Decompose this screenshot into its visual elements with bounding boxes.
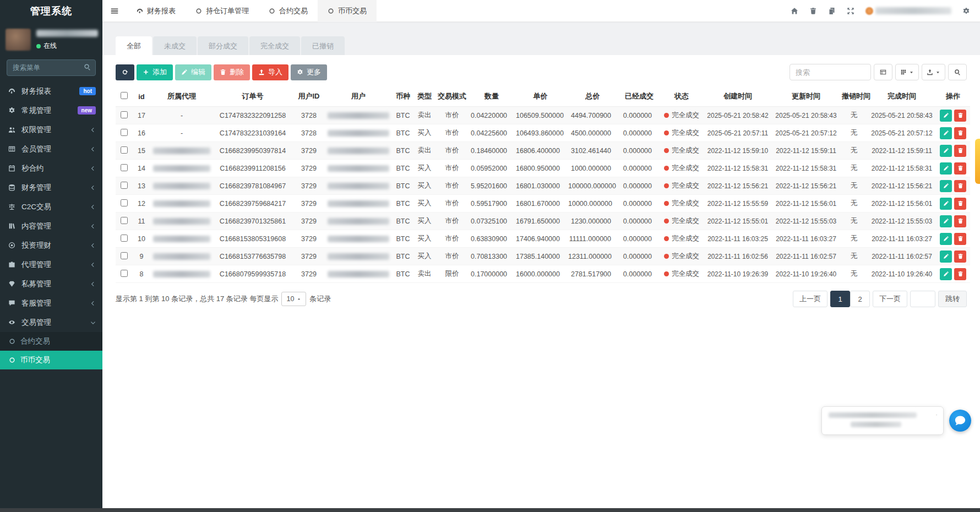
row-edit-button[interactable] bbox=[940, 268, 952, 280]
row-checkbox[interactable] bbox=[121, 164, 128, 171]
row-delete-button[interactable] bbox=[954, 198, 966, 210]
row-delete-button[interactable] bbox=[954, 268, 966, 280]
row-edit-button[interactable] bbox=[940, 127, 952, 139]
select-all-checkbox[interactable] bbox=[121, 92, 128, 99]
chat-preview-card[interactable]: · bbox=[821, 406, 944, 435]
row-edit-button[interactable] bbox=[940, 162, 952, 175]
tab-持仓订单管理[interactable]: 持仓订单管理 bbox=[186, 0, 259, 22]
columns-button[interactable] bbox=[895, 64, 919, 80]
sidebar-subitem-币币交易[interactable]: 币币交易 bbox=[0, 351, 102, 369]
row-edit-button[interactable] bbox=[940, 180, 952, 192]
status-dot bbox=[664, 271, 669, 276]
row-edit-button[interactable] bbox=[940, 110, 952, 122]
add-button[interactable]: 添加 bbox=[137, 64, 173, 80]
copy-icon[interactable] bbox=[828, 7, 836, 15]
jump-page-input[interactable] bbox=[910, 291, 935, 307]
refresh-button[interactable] bbox=[116, 64, 134, 80]
page-size-select[interactable]: 10 bbox=[281, 292, 306, 306]
sidebar-item-C2C交易[interactable]: C2C交易 bbox=[0, 197, 102, 216]
filter-tab-已撤销[interactable]: 已撤销 bbox=[301, 36, 345, 55]
cell-filled: 0.000000 bbox=[619, 177, 660, 195]
row-checkbox[interactable] bbox=[121, 182, 128, 189]
chevron-left-icon bbox=[90, 301, 96, 306]
filter-tab-完全成交[interactable]: 完全成交 bbox=[249, 36, 300, 55]
sidebar-item-常规管理[interactable]: 常规管理new bbox=[0, 101, 102, 120]
page-button-2[interactable]: 2 bbox=[850, 291, 870, 307]
search-button[interactable] bbox=[948, 64, 967, 80]
filter-tab-未成交[interactable]: 未成交 bbox=[153, 36, 197, 55]
row-checkbox[interactable] bbox=[121, 270, 128, 277]
row-edit-button[interactable] bbox=[940, 215, 952, 227]
row-edit-button[interactable] bbox=[940, 250, 952, 263]
prev-page-button[interactable]: 上一页 bbox=[793, 291, 827, 307]
sidebar-search-input[interactable] bbox=[7, 59, 96, 76]
row-delete-button[interactable] bbox=[954, 250, 966, 263]
row-delete-button[interactable] bbox=[954, 145, 966, 157]
delete-button[interactable]: 删除 bbox=[214, 64, 250, 80]
status-label: 完全成交 bbox=[672, 199, 699, 207]
cell-type: 买入 bbox=[414, 195, 435, 213]
filter-tab-全部[interactable]: 全部 bbox=[116, 36, 152, 55]
cell-status: 完全成交 bbox=[660, 265, 704, 283]
redacted-text bbox=[328, 271, 389, 277]
fullscreen-icon[interactable] bbox=[847, 7, 854, 15]
row-edit-button[interactable] bbox=[940, 145, 952, 157]
next-page-button[interactable]: 下一页 bbox=[873, 291, 907, 307]
row-checkbox[interactable] bbox=[121, 199, 128, 206]
row-delete-button[interactable] bbox=[954, 162, 966, 175]
sidebar-item-客服管理[interactable]: 客服管理 bbox=[0, 293, 102, 313]
row-delete-button[interactable] bbox=[954, 127, 966, 139]
edit-button[interactable]: 编辑 bbox=[175, 64, 211, 80]
more-button[interactable]: 更多 bbox=[291, 64, 327, 80]
import-button[interactable]: 导入 bbox=[252, 64, 288, 80]
trash-icon[interactable] bbox=[809, 7, 817, 15]
cell-actions bbox=[936, 213, 970, 230]
row-delete-button[interactable] bbox=[954, 110, 966, 122]
sidebar-item-label: 秒合约 bbox=[21, 164, 90, 173]
sidebar-item-权限管理[interactable]: 权限管理 bbox=[0, 120, 102, 139]
detail-view-button[interactable] bbox=[874, 64, 892, 80]
sidebar-item-财务管理[interactable]: 财务管理 bbox=[0, 178, 102, 197]
row-checkbox[interactable] bbox=[121, 217, 128, 224]
sidebar-item-秒合约[interactable]: 秒合约 bbox=[0, 159, 102, 178]
sidebar-subitem-合约交易[interactable]: 合约交易 bbox=[0, 332, 102, 351]
home-icon[interactable] bbox=[791, 7, 798, 15]
table-search-input[interactable] bbox=[790, 64, 871, 80]
row-checkbox[interactable] bbox=[121, 146, 128, 154]
sidebar-item-label: 会员管理 bbox=[21, 144, 90, 154]
cell-order-no: C1668239701325861 bbox=[213, 213, 293, 230]
sidebar-item-交易管理[interactable]: 交易管理 bbox=[0, 313, 102, 332]
row-delete-button[interactable] bbox=[954, 180, 966, 192]
sidebar-item-私募管理[interactable]: 私募管理 bbox=[0, 274, 102, 293]
filter-tab-部分成交[interactable]: 部分成交 bbox=[198, 36, 248, 55]
tab-合约交易[interactable]: 合约交易 bbox=[259, 0, 318, 22]
page-button-1[interactable]: 1 bbox=[830, 291, 850, 307]
jump-button[interactable]: 跳转 bbox=[938, 291, 967, 307]
row-edit-button[interactable] bbox=[940, 198, 952, 210]
side-scroll-handle[interactable] bbox=[975, 139, 980, 184]
search-icon bbox=[954, 69, 961, 75]
sidebar-item-财务报表[interactable]: 财务报表hot bbox=[0, 81, 102, 101]
hot-badge: hot bbox=[79, 87, 96, 95]
row-checkbox[interactable] bbox=[121, 111, 128, 118]
sidebar-item-代理管理[interactable]: 代理管理 bbox=[0, 255, 102, 274]
row-checkbox[interactable] bbox=[121, 235, 128, 242]
sidebar-item-会员管理[interactable]: 会员管理 bbox=[0, 139, 102, 159]
topbar-user-menu[interactable] bbox=[865, 7, 951, 15]
row-checkbox[interactable] bbox=[121, 252, 128, 259]
redacted-text bbox=[153, 200, 210, 207]
status-label: 完全成交 bbox=[672, 217, 699, 225]
row-delete-button[interactable] bbox=[954, 233, 966, 245]
tab-币币交易[interactable]: 币币交易 bbox=[318, 0, 377, 22]
settings-gear-icon[interactable] bbox=[962, 7, 970, 15]
tab-财务报表[interactable]: 财务报表 bbox=[127, 0, 186, 22]
row-checkbox[interactable] bbox=[121, 129, 128, 136]
sidebar-toggle-button[interactable] bbox=[102, 0, 127, 22]
sidebar-item-内容管理[interactable]: 内容管理 bbox=[0, 216, 102, 236]
export-button[interactable] bbox=[922, 64, 945, 80]
sidebar-item-投资理财[interactable]: 投资理财 bbox=[0, 236, 102, 255]
row-edit-button[interactable] bbox=[940, 233, 952, 245]
row-delete-button[interactable] bbox=[954, 215, 966, 227]
chat-launcher-button[interactable] bbox=[949, 410, 971, 432]
cell-qty: 0.04225600 bbox=[469, 124, 514, 142]
